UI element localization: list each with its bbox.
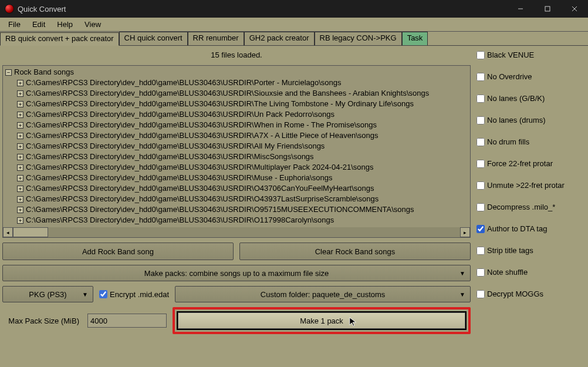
tree-root-label[interactable]: Rock Band songs [14,67,74,78]
tab-rb-quick-convert[interactable]: RB quick convert + pack creator [0,32,119,46]
encrypt-checkbox-input[interactable] [99,290,107,298]
tree-item-path: C:\Games\RPCS3 Directory\dev_hdd0\game\B… [26,151,314,162]
tree-item[interactable]: +C:\Games\RPCS3 Directory\dev_hdd0\game\… [17,120,470,130]
expand-icon[interactable]: + [17,101,23,107]
make-pack-label: Make 1 pack [300,317,343,325]
expand-icon[interactable]: + [17,122,23,129]
chevron-down-icon: ▼ [459,270,465,277]
horizontal-scrollbar[interactable]: ◂ ▸ [3,227,470,237]
opt-decrypt-moggs[interactable]: Decrypt MOGGs [477,289,584,298]
output-format-combo[interactable]: PKG (PS3) ▼ [2,286,93,302]
expand-icon[interactable]: + [17,217,23,224]
opt-decompress-milo[interactable]: Decompress .milo_* [477,203,584,211]
expand-icon[interactable]: + [17,154,23,160]
max-pack-size-label: Max Pack Size (MiB) [2,317,82,325]
opt-black-venue[interactable]: Black VENUE [477,50,584,59]
tree-item[interactable]: +C:\Games\RPCS3 Directory\dev_hdd0\game\… [17,151,470,162]
add-song-button[interactable]: Add Rock Band song [2,243,234,260]
tree-item-path: C:\Games\RPCS3 Directory\dev_hdd0\game\B… [26,162,374,173]
svg-rect-1 [545,6,550,11]
expand-icon[interactable]: + [17,112,23,118]
tree-item-path: C:\Games\RPCS3 Directory\dev_hdd0\game\B… [26,215,334,225]
tree-item-path: C:\Games\RPCS3 Directory\dev_hdd0\game\B… [26,130,378,141]
tree-item[interactable]: +C:\Games\RPCS3 Directory\dev_hdd0\game\… [17,109,470,120]
opt-author-dta[interactable]: Author to DTA tag [477,224,584,233]
tree-item-path: C:\Games\RPCS3 Directory\dev_hdd0\game\B… [26,141,325,151]
output-format-label: PKG (PS3) [29,290,66,299]
tabstrip: RB quick convert + pack creator CH quick… [0,32,588,46]
opt-note-shuffle[interactable]: Note shuffle [477,268,584,277]
tree-item[interactable]: +C:\Games\RPCS3 Directory\dev_hdd0\game\… [17,215,470,225]
tree-item[interactable]: +C:\Games\RPCS3 Directory\dev_hdd0\game\… [17,194,470,204]
max-pack-size-input[interactable] [87,314,167,328]
tree-item-path: C:\Games\RPCS3 Directory\dev_hdd0\game\B… [26,183,374,194]
custom-folder-combo[interactable]: Custom folder: paquete_de_customs ▼ [175,286,471,302]
titlebar: Quick Convert [0,0,588,18]
expand-icon[interactable]: + [17,90,23,97]
encrypt-label: Encrypt .mid.edat [110,290,169,299]
opt-no-lanes-drums[interactable]: No lanes (drums) [477,116,584,124]
menu-edit[interactable]: Edit [26,19,51,30]
tree-item-path: C:\Games\RPCS3 Directory\dev_hdd0\game\B… [26,99,414,109]
menu-view[interactable]: View [79,19,107,30]
scroll-thumb[interactable] [13,227,48,237]
app-window: Quick Convert File Edit Help View RB qui… [0,0,588,367]
tab-ch-quick-convert[interactable]: CH quick convert [119,32,188,45]
tree-item[interactable]: +C:\Games\RPCS3 Directory\dev_hdd0\game\… [17,204,470,215]
tree-item-path: C:\Games\RPCS3 Directory\dev_hdd0\game\B… [26,120,377,130]
minimize-button[interactable] [507,0,534,18]
menu-file[interactable]: File [2,19,26,30]
expand-icon[interactable]: + [17,186,23,192]
tree-item[interactable]: +C:\Games\RPCS3 Directory\dev_hdd0\game\… [17,183,470,194]
expand-icon[interactable]: + [17,164,23,171]
opt-strip-title[interactable]: Strip title tags [477,246,584,255]
window-title: Quick Convert [18,5,66,14]
menubar: File Edit Help View [0,18,588,32]
opt-no-drum-fills[interactable]: No drum fills [477,137,584,146]
tree-item-path: C:\Games\RPCS3 Directory\dev_hdd0\game\B… [26,109,334,120]
expand-icon[interactable]: + [17,196,23,203]
make-packs-label: Make packs: combine songs up to a maximu… [144,269,329,278]
tree-item[interactable]: +C:\Games\RPCS3 Directory\dev_hdd0\game\… [17,162,470,173]
tree-item[interactable]: +C:\Games\RPCS3 Directory\dev_hdd0\game\… [17,78,470,88]
menu-help[interactable]: Help [51,19,79,30]
tab-rb-legacy[interactable]: RB legacy CON->PKG [315,32,402,45]
clear-songs-button[interactable]: Clear Rock Band songs [239,243,471,260]
collapse-icon[interactable]: − [5,69,12,76]
encrypt-checkbox[interactable]: Encrypt .mid.edat [99,290,169,299]
opt-force-22-fret[interactable]: Force 22-fret protar [477,159,584,168]
make-packs-combo[interactable]: Make packs: combine songs up to a maximu… [2,265,471,281]
tab-gh2-pack-creator[interactable]: GH2 pack creator [244,32,315,45]
cursor-icon [349,317,359,327]
expand-icon[interactable]: + [17,207,23,213]
custom-folder-label: Custom folder: paquete_de_customs [261,290,385,299]
chevron-down-icon: ▼ [82,291,88,298]
expand-icon[interactable]: + [17,175,23,181]
tree-item[interactable]: +C:\Games\RPCS3 Directory\dev_hdd0\game\… [17,130,470,141]
tab-rr-renumber[interactable]: RR renumber [188,32,244,45]
tree-item-path: C:\Games\RPCS3 Directory\dev_hdd0\game\B… [26,194,379,204]
options-panel: Black VENUE No Overdrive No lanes (G/B/K… [473,46,588,367]
make-pack-highlight: Make 1 pack [173,307,471,334]
files-loaded-label: 15 files loaded. [2,47,471,60]
chevron-down-icon: ▼ [459,291,465,298]
tree-item[interactable]: +C:\Games\RPCS3 Directory\dev_hdd0\game\… [17,141,470,151]
tree-item[interactable]: +C:\Games\RPCS3 Directory\dev_hdd0\game\… [17,99,470,109]
close-button[interactable] [561,0,588,18]
opt-unmute-22-fret[interactable]: Unmute >22-fret protar [477,181,584,190]
tree-item-path: C:\Games\RPCS3 Directory\dev_hdd0\game\B… [26,78,342,88]
opt-no-overdrive[interactable]: No Overdrive [477,72,584,81]
song-tree[interactable]: − Rock Band songs +C:\Games\RPCS3 Direct… [2,65,471,238]
maximize-button[interactable] [534,0,561,18]
expand-icon[interactable]: + [17,143,23,150]
tree-item[interactable]: +C:\Games\RPCS3 Directory\dev_hdd0\game\… [17,88,470,99]
opt-no-lanes-gbk[interactable]: No lanes (G/B/K) [477,94,584,103]
tree-item[interactable]: +C:\Games\RPCS3 Directory\dev_hdd0\game\… [17,173,470,183]
tab-task[interactable]: Task [402,32,428,45]
expand-icon[interactable]: + [17,133,23,139]
app-icon [5,4,14,14]
scroll-right-button[interactable]: ▸ [460,227,470,237]
expand-icon[interactable]: + [17,80,23,86]
scroll-left-button[interactable]: ◂ [3,227,13,237]
make-pack-button[interactable]: Make 1 pack [178,312,465,329]
